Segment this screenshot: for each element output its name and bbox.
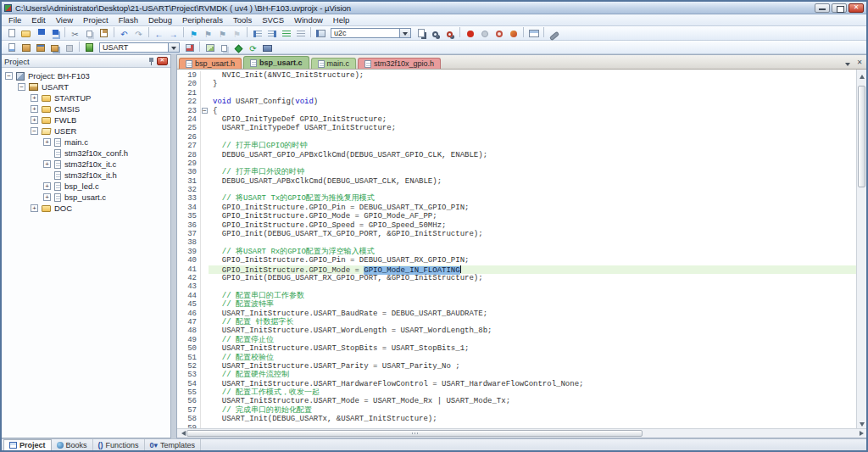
bottom-tab-templates[interactable]: 0▾Templates bbox=[145, 439, 202, 450]
unindent-button[interactable] bbox=[251, 27, 264, 40]
code-text[interactable]: GPIO_InitTypeDef GPIO_InitStructure; bbox=[209, 115, 856, 124]
menu-window[interactable]: Window bbox=[289, 15, 328, 25]
uncomment-selection-button[interactable] bbox=[294, 27, 307, 40]
indent-button[interactable] bbox=[265, 27, 278, 40]
navigate-forward-button[interactable]: → bbox=[167, 27, 180, 40]
next-bookmark-button[interactable]: ⚑ bbox=[216, 27, 229, 40]
code-text[interactable]: // 配置硬件流控制 bbox=[209, 371, 856, 379]
code-text[interactable]: // 配置工作模式，收发一起 bbox=[209, 388, 856, 397]
tree-item-user[interactable]: −USER bbox=[2, 126, 170, 137]
scroll-right-icon[interactable] bbox=[857, 429, 866, 438]
code-text[interactable] bbox=[209, 89, 856, 98]
code-text[interactable]: GPIO_InitStructure.GPIO_Pin = DEBUG_USAR… bbox=[209, 256, 856, 265]
open-file-button[interactable] bbox=[19, 27, 32, 40]
target-dropdown-button[interactable] bbox=[169, 42, 180, 53]
code-area[interactable]: 19 NVIC_Init(&NVIC_InitStructure);20}212… bbox=[177, 70, 856, 428]
pack-installer-button[interactable] bbox=[261, 42, 274, 54]
menu-tools[interactable]: Tools bbox=[228, 15, 257, 25]
code-text[interactable]: // 配置校验位 bbox=[209, 354, 856, 362]
code-text[interactable]: USART_InitStructure.USART_HardwareFlowCo… bbox=[209, 380, 856, 388]
expand-icon[interactable]: + bbox=[43, 160, 51, 168]
code-text[interactable]: GPIO_InitStructure.GPIO_Speed = GPIO_Spe… bbox=[209, 221, 856, 230]
tab-main-c[interactable]: main.c bbox=[311, 58, 357, 69]
target-select-input[interactable] bbox=[99, 42, 169, 53]
bottom-tab-books[interactable]: Books bbox=[52, 439, 93, 450]
search-input[interactable] bbox=[331, 28, 400, 38]
menu-edit[interactable]: Edit bbox=[26, 15, 50, 25]
code-text[interactable]: // 将USART Rx的GPIO配置为浮空输入模式 bbox=[209, 248, 856, 256]
pin-icon[interactable] bbox=[148, 58, 154, 65]
debug-window-layout-button[interactable] bbox=[527, 27, 540, 40]
update-packs-button[interactable]: ⟳ bbox=[247, 42, 259, 54]
code-text[interactable]: GPIO_InitStructure.GPIO_Mode = GPIO_Mode… bbox=[209, 265, 856, 274]
code-text[interactable] bbox=[209, 238, 856, 247]
bottom-tab-project[interactable]: Project bbox=[3, 439, 52, 450]
code-text[interactable]: GPIO_Init(DEBUG_USART_RX_GPIO_PORT, &GPI… bbox=[209, 274, 856, 282]
code-text[interactable]: DEBUG_USART_APBxClkCmd(DEBUG_USART_CLK, … bbox=[209, 177, 856, 186]
horizontal-scroll-track[interactable] bbox=[186, 429, 857, 438]
menu-file[interactable]: File bbox=[3, 15, 26, 25]
copy-button[interactable] bbox=[83, 27, 96, 40]
build-button[interactable] bbox=[19, 42, 32, 54]
expand-icon[interactable]: + bbox=[31, 94, 38, 102]
expand-icon[interactable]: + bbox=[31, 116, 38, 124]
kill-all-breakpoints-button[interactable] bbox=[507, 27, 520, 40]
code-text[interactable] bbox=[209, 282, 856, 291]
tree-item-bsp-usart-c[interactable]: +bsp_usart.c bbox=[2, 192, 170, 203]
scroll-up-icon[interactable] bbox=[857, 70, 866, 79]
code-text[interactable]: // 配置停止位 bbox=[209, 336, 856, 344]
code-text[interactable] bbox=[209, 186, 856, 194]
code-text[interactable]: // 将USART Tx的GPIO配置为推挽复用模式 bbox=[209, 194, 856, 203]
tab-list-icon[interactable] bbox=[843, 59, 853, 69]
undo-button[interactable]: ↶ bbox=[118, 27, 131, 40]
tab-bsp-usart-h[interactable]: bsp_usart.h bbox=[179, 58, 242, 69]
expand-icon[interactable]: + bbox=[43, 193, 51, 201]
bottom-tab-functions[interactable]: ()Functions bbox=[93, 439, 145, 450]
tree-item-main-c[interactable]: +main.c bbox=[2, 137, 170, 148]
code-text[interactable]: USART_InitStructure.USART_StopBits = USA… bbox=[209, 344, 856, 353]
code-text[interactable]: USART_InitTypeDef USART_InitStructure; bbox=[209, 124, 856, 132]
save-all-button[interactable] bbox=[48, 27, 61, 40]
code-text[interactable]: void USART_Config(void) bbox=[209, 98, 856, 106]
collapse-icon[interactable]: − bbox=[18, 83, 25, 91]
manage-project-items-button[interactable] bbox=[203, 42, 216, 54]
code-text[interactable]: { bbox=[209, 107, 856, 115]
code-text[interactable] bbox=[209, 159, 856, 168]
close-button[interactable] bbox=[849, 3, 864, 13]
minimize-button[interactable] bbox=[815, 3, 830, 13]
expand-icon[interactable]: + bbox=[43, 182, 51, 190]
code-text[interactable]: // 打开串口外设的时钟 bbox=[209, 168, 856, 176]
vertical-scroll-track[interactable] bbox=[857, 79, 866, 419]
insert-breakpoint-button[interactable] bbox=[464, 27, 476, 40]
insert-bookmark-button[interactable]: ⚑ bbox=[187, 27, 200, 40]
menu-view[interactable]: View bbox=[51, 15, 78, 25]
clear-bookmarks-button[interactable]: ⚑ bbox=[231, 27, 243, 40]
translate-file-button[interactable] bbox=[5, 42, 18, 54]
prev-bookmark-button[interactable]: ⚑ bbox=[202, 27, 214, 40]
code-text[interactable]: // 打开串口GPIO的时钟 bbox=[209, 142, 856, 150]
find-button[interactable] bbox=[415, 27, 427, 40]
code-text[interactable]: // 配置串口的工作参数 bbox=[209, 292, 856, 300]
save-button[interactable] bbox=[34, 27, 47, 40]
menu-project[interactable]: Project bbox=[78, 15, 114, 25]
batch-build-button[interactable] bbox=[48, 42, 61, 54]
code-text[interactable]: // 完成串口的初始化配置 bbox=[209, 406, 856, 415]
code-text[interactable]: // 配置波特率 bbox=[209, 300, 856, 309]
tree-item-doc[interactable]: +DOC bbox=[2, 203, 170, 214]
panel-close-icon[interactable] bbox=[157, 57, 168, 65]
stop-build-button[interactable] bbox=[63, 42, 75, 54]
tree-item-bsp-led-c[interactable]: +bsp_led.c bbox=[2, 181, 170, 192]
tree-item-stm32f10x-conf-h[interactable]: stm32f10x_conf.h bbox=[2, 148, 170, 159]
code-text[interactable]: // 配置 针数据字长 bbox=[209, 318, 856, 326]
tree-item-cmsis[interactable]: +CMSIS bbox=[2, 103, 170, 114]
find-next-button[interactable] bbox=[429, 27, 442, 40]
manage-rte-button[interactable] bbox=[232, 42, 245, 54]
code-text[interactable]: NVIC_Init(&NVIC_InitStructure); bbox=[209, 71, 856, 80]
horizontal-scroll-thumb[interactable] bbox=[186, 430, 643, 437]
code-text[interactable]: USART_InitStructure.USART_Parity = USART… bbox=[209, 362, 856, 371]
code-text[interactable] bbox=[209, 133, 856, 142]
restore-button[interactable] bbox=[832, 3, 847, 13]
cut-button[interactable]: ✂ bbox=[69, 27, 81, 40]
tree-item-project-bh-f103[interactable]: −Project: BH-F103 bbox=[2, 70, 170, 81]
tab-bsp-usart-c[interactable]: bsp_usart.c bbox=[243, 56, 309, 69]
